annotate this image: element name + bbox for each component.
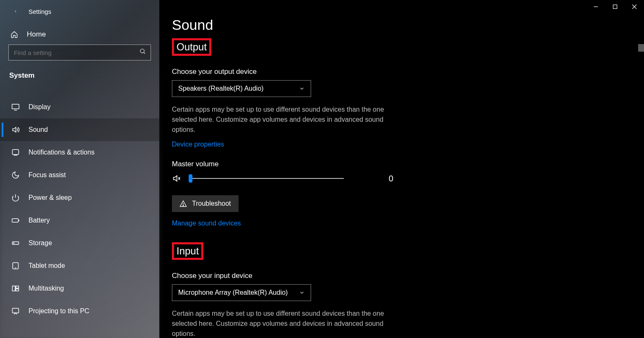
volume-mute-icon[interactable] [172,174,181,183]
nav-projecting[interactable]: Projecting to this PC [0,300,159,322]
nav-display[interactable]: Display [0,96,159,118]
svg-rect-10 [13,308,19,313]
troubleshoot-label: Troubleshoot [192,200,231,207]
nav-label: Focus assist [29,171,66,179]
projecting-icon [11,307,20,315]
device-properties-link[interactable]: Device properties [172,141,224,148]
sidebar: Settings Home System Display Sound [0,0,159,338]
sidebar-nav: Display Sound Notifications & actions Fo… [0,96,159,322]
nav-label: Multitasking [29,285,64,292]
warning-icon [179,200,187,207]
svg-rect-2 [13,149,19,155]
window-title: Settings [29,8,51,15]
nav-label: Sound [29,126,48,134]
sidebar-home-label: Home [27,30,46,39]
scrollbar[interactable] [638,44,644,52]
output-device-label: Choose your output device [172,68,482,76]
input-device-select[interactable]: Microphone Array (Realtek(R) Audio) [172,284,311,301]
nav-label: Display [29,103,50,111]
home-icon [10,31,18,38]
focus-assist-icon [11,171,20,179]
manage-sound-devices-link[interactable]: Manage sound devices [172,220,241,227]
sidebar-home[interactable]: Home [0,22,159,45]
svg-point-0 [140,49,144,53]
page-title: Sound [172,17,482,33]
output-desc: Certain apps may be set up to use differ… [172,105,398,135]
notifications-icon [11,148,20,157]
nav-storage[interactable]: Storage [0,232,159,254]
chevron-down-icon [299,290,305,296]
svg-rect-8 [16,286,19,288]
svg-point-5 [13,243,14,244]
minimize-button[interactable] [586,0,605,13]
input-device-value: Microphone Array (Realtek(R) Audio) [178,289,288,296]
master-volume-value: 0 [368,174,393,183]
multitasking-icon [11,284,20,293]
master-volume-slider[interactable] [189,173,344,184]
nav-label: Tablet mode [29,262,65,270]
nav-label: Storage [29,239,52,247]
input-desc: Certain apps may be set up to use differ… [172,309,398,338]
display-icon [11,103,20,111]
back-button[interactable] [11,7,20,16]
window-controls [586,0,644,13]
nav-notifications[interactable]: Notifications & actions [0,141,159,164]
sidebar-section-label: System [0,67,159,85]
nav-label: Battery [29,217,50,224]
nav-sound[interactable]: Sound [0,118,159,141]
nav-power-sleep[interactable]: Power & sleep [0,186,159,209]
input-device-label: Choose your input device [172,272,482,280]
troubleshoot-button[interactable]: Troubleshoot [172,195,239,212]
chevron-down-icon [299,86,305,92]
nav-focus-assist[interactable]: Focus assist [0,164,159,186]
nav-label: Power & sleep [29,194,72,202]
close-button[interactable] [625,0,644,13]
nav-label: Projecting to this PC [29,307,89,315]
section-output-heading: Output [172,38,211,56]
battery-icon [11,216,20,225]
maximize-button[interactable] [605,0,625,13]
nav-multitasking[interactable]: Multitasking [0,277,159,300]
output-device-value: Speakers (Realtek(R) Audio) [178,85,264,92]
svg-rect-1 [12,104,19,109]
svg-rect-9 [16,289,19,291]
tablet-icon [11,262,20,270]
svg-point-11 [183,205,184,206]
storage-icon [11,239,20,247]
svg-rect-14 [613,5,617,9]
search-input[interactable] [8,45,151,60]
output-device-select[interactable]: Speakers (Realtek(R) Audio) [172,80,311,97]
svg-rect-7 [13,286,16,291]
svg-rect-3 [12,219,18,222]
main: Sound Output Choose your output device S… [159,0,644,338]
nav-tablet-mode[interactable]: Tablet mode [0,254,159,277]
nav-label: Notifications & actions [29,149,94,156]
nav-battery[interactable]: Battery [0,209,159,232]
sound-icon [11,126,20,134]
search-icon [139,48,146,55]
section-input-heading: Input [172,242,203,260]
master-volume-label: Master volume [172,160,482,168]
power-icon [11,194,20,202]
